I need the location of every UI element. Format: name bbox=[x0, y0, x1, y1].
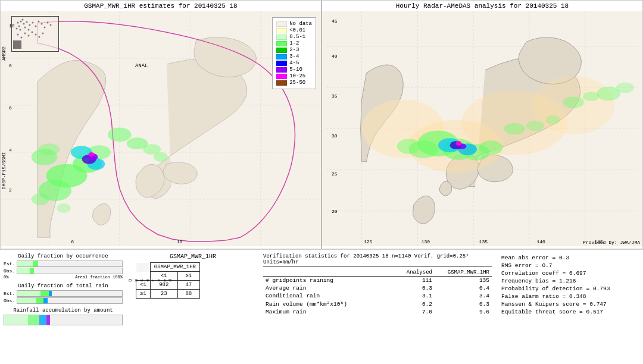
legend-color-34 bbox=[276, 54, 287, 59]
svg-point-78 bbox=[456, 141, 462, 146]
legend-color-nodata bbox=[276, 21, 287, 27]
svg-point-24 bbox=[39, 36, 40, 37]
verif-gsmap-3: 0.3 bbox=[435, 300, 492, 308]
legend-color-12 bbox=[276, 41, 287, 46]
verif-header-label bbox=[263, 269, 389, 277]
verif-label-0: # gridpoints raining bbox=[263, 277, 389, 285]
x-label-10: 10 bbox=[177, 239, 183, 244]
rx-label-125: 125 bbox=[364, 239, 372, 244]
bar-axis-100pct: Areal fraction 100% bbox=[75, 275, 123, 280]
svg-point-52 bbox=[154, 152, 168, 162]
verif-header-gsmap: GSMAP_MWR_1HR bbox=[435, 269, 492, 277]
charts-panel: Daily fraction by occurrence Est. Obs. bbox=[4, 253, 123, 360]
svg-point-15 bbox=[44, 26, 46, 28]
legend-label-12: 1-2 bbox=[289, 40, 299, 46]
svg-point-71 bbox=[479, 140, 503, 155]
legend-item-001: <0.01 bbox=[276, 27, 312, 33]
accumulation-title: Rainfall accumulation by amount bbox=[4, 307, 123, 313]
x-label-6: 6 bbox=[71, 239, 74, 244]
verif-table: Analysed GSMAP_MWR_1HR # gridpoints rain… bbox=[263, 269, 492, 316]
svg-point-83 bbox=[583, 92, 600, 101]
legend-label-nodata: No data bbox=[289, 21, 312, 27]
anal-label: ANAL bbox=[135, 63, 148, 69]
main-container: GSMAP_MWR_1HR estimates for 20140325 18 … bbox=[0, 0, 643, 364]
legend-item-23: 2-3 bbox=[276, 47, 312, 53]
right-map-title: Hourly Radar-AMeDAS analysis for 2014032… bbox=[322, 1, 642, 11]
svg-point-73 bbox=[397, 139, 421, 154]
est-label-2: Est. bbox=[4, 291, 17, 296]
svg-point-82 bbox=[563, 96, 584, 108]
obs-label-1: Obs. bbox=[4, 268, 17, 274]
verif-analysed-0: 111 bbox=[389, 277, 435, 285]
legend-label-2550: 25-50 bbox=[289, 80, 305, 86]
verif-gsmap-1: 0.4 bbox=[435, 284, 492, 292]
svg-point-1 bbox=[20, 20, 22, 22]
stat-corr: Correlation coeff = 0.697 bbox=[501, 270, 639, 277]
stat-far: False alarm ratio = 0.348 bbox=[501, 293, 639, 300]
svg-point-5 bbox=[26, 21, 28, 23]
amsr2-label: AMSR2 bbox=[1, 46, 7, 61]
rx-label-130: 130 bbox=[422, 239, 430, 244]
ct-col-ge1: ≥1 bbox=[177, 272, 199, 281]
stat-hk: Hanssen & Kuipers score = 0.747 bbox=[501, 301, 639, 307]
stat-rms: RMS error = 0.7 bbox=[501, 262, 639, 269]
verif-label-4: Maximum rain bbox=[263, 308, 389, 316]
provided-label: Provided by: JWA/JMA bbox=[583, 240, 640, 245]
verif-analysed-2: 3.1 bbox=[389, 292, 435, 300]
stat-freq-bias: Frequency bias = 1.216 bbox=[501, 278, 639, 284]
est-label-1: Est. bbox=[4, 261, 17, 266]
total-rain-section: Daily fraction of total rain Est. Obs. bbox=[4, 283, 123, 304]
ry-label-40: 40 bbox=[332, 54, 338, 59]
rx-label-145: 145 bbox=[594, 239, 603, 244]
verif-title: Verification statistics for 20140325 18 … bbox=[263, 253, 492, 267]
svg-point-0 bbox=[17, 21, 19, 23]
svg-point-16 bbox=[47, 21, 49, 23]
svg-point-45 bbox=[89, 152, 95, 157]
bottom-row: Daily fraction by occurrence Est. Obs. bbox=[0, 250, 643, 364]
ct-val-ge1-lt1: 23 bbox=[150, 290, 177, 299]
svg-point-49 bbox=[39, 143, 60, 155]
left-map-title: GSMAP_MWR_1HR estimates for 20140325 18 bbox=[1, 1, 321, 11]
verif-analysed-4: 7.0 bbox=[389, 308, 435, 316]
legend-label-051: 0.5-1 bbox=[289, 34, 305, 40]
legend-label-23: 2-3 bbox=[289, 47, 299, 53]
contingency-title: GSMAP_MWR_1HR bbox=[127, 253, 258, 260]
svg-point-7 bbox=[20, 29, 21, 30]
svg-point-11 bbox=[32, 21, 34, 23]
ry-label-45: 45 bbox=[332, 18, 338, 24]
svg-point-19 bbox=[21, 36, 23, 38]
svg-point-81 bbox=[546, 115, 560, 125]
observed-label: Observed bbox=[127, 279, 135, 282]
verif-row-3: Rain volume (mm*km²x10⁶)0.20.3 bbox=[263, 300, 492, 308]
ct-row-ge1: ≥1 bbox=[136, 290, 151, 299]
accumulation-section: Rainfall accumulation by amount bbox=[4, 307, 123, 325]
verif-row-4: Maximum rain7.09.6 bbox=[263, 308, 492, 316]
legend-label-34: 3-4 bbox=[289, 54, 299, 59]
legend-label-001: <0.01 bbox=[289, 27, 305, 33]
right-map-panel: Hourly Radar-AMeDAS analysis for 2014032… bbox=[322, 0, 643, 249]
verif-label-2: Conditional rain bbox=[263, 292, 389, 300]
legend-item-nodata: No data bbox=[276, 21, 312, 27]
verif-row-2: Conditional rain3.13.4 bbox=[263, 292, 492, 300]
verif-analysed-3: 0.2 bbox=[389, 300, 435, 308]
verif-gsmap-2: 3.4 bbox=[435, 292, 492, 300]
y-label-2: 2 bbox=[9, 187, 12, 193]
legend-color-1025 bbox=[276, 74, 287, 79]
verif-analysed-1: 0.3 bbox=[389, 284, 435, 292]
svg-point-18 bbox=[17, 33, 19, 35]
y-label-10: 10 bbox=[9, 23, 15, 29]
svg-point-85 bbox=[616, 82, 634, 93]
legend-label-1025: 10-25 bbox=[289, 73, 305, 79]
y-label-8: 8 bbox=[9, 63, 12, 68]
verif-label-1: Average rain bbox=[263, 284, 389, 292]
svg-point-50 bbox=[32, 193, 49, 205]
stat-mean-abs: Mean abs error = 0.3 bbox=[501, 255, 639, 261]
verification-container: Verification statistics for 20140325 18 … bbox=[263, 253, 492, 360]
svg-point-9 bbox=[29, 24, 31, 26]
rx-label-135: 135 bbox=[479, 239, 488, 244]
ry-label-35: 35 bbox=[332, 93, 338, 99]
svg-point-22 bbox=[32, 31, 33, 33]
legend-color-001 bbox=[276, 28, 287, 33]
verif-label-3: Rain volume (mm*km²x10⁶) bbox=[263, 300, 389, 308]
verif-gsmap-4: 9.6 bbox=[435, 308, 492, 316]
